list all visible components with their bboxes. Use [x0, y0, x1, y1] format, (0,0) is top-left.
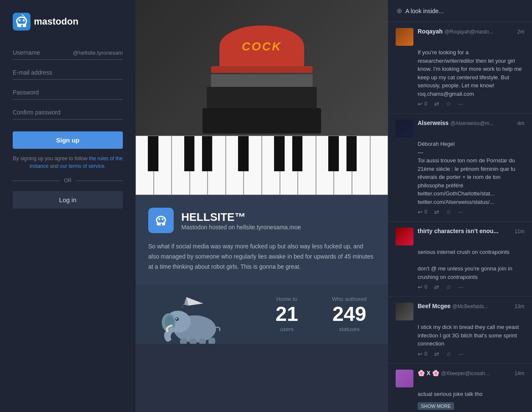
- hero-image: COCK: [136, 0, 388, 195]
- instance-hosted-link[interactable]: hellsite.tyronesama.moe: [237, 224, 301, 231]
- feed-item-header: Roqayah@Roqayah@masto...2m: [396, 28, 524, 46]
- reply-button[interactable]: ↩0: [418, 209, 427, 215]
- black-key: [148, 136, 158, 171]
- avatar: [396, 370, 413, 387]
- reply-count: 0: [424, 351, 427, 357]
- more-button[interactable]: ···: [458, 100, 463, 107]
- feed-item-header: 🌸 X 🌸@Xkeeper@icosah...14m: [396, 370, 524, 387]
- svg-rect-22: [180, 339, 187, 344]
- reply-count: 0: [424, 209, 427, 215]
- white-key: [136, 136, 154, 195]
- star-icon: ☆: [446, 351, 452, 357]
- right-panel-title: A look inside...: [405, 8, 443, 14]
- feed-handle: @Xkeeper@icosah...: [441, 370, 489, 376]
- log-in-button[interactable]: Log in: [13, 191, 123, 209]
- feed-item: Alserweiss@Alserweiss@m...4mDéborah Hege…: [388, 114, 532, 222]
- feed-user-info: thirty characters isn't enou...11m: [418, 228, 524, 234]
- right-panel: ⊕ A look inside... Roqayah@Roqayah@masto…: [388, 0, 532, 412]
- avatar: [396, 303, 413, 320]
- feed-content: I stick my dick in bread they call me ye…: [396, 323, 524, 348]
- terms-service-link[interactable]: our terms of service: [60, 163, 104, 169]
- feed-actions: ↩0⇄☆···: [396, 209, 524, 215]
- password-input[interactable]: [13, 87, 123, 97]
- feed-content: Déborah Hegel — Toi aussi trouve ton nom…: [396, 140, 524, 206]
- feed-container: Roqayah@Roqayah@masto...2mIf you're look…: [388, 22, 532, 412]
- favourite-button[interactable]: ☆: [446, 284, 452, 290]
- white-key: [226, 136, 244, 195]
- keyboard-device: [202, 108, 321, 134]
- show-more-button[interactable]: SHOW MORE: [418, 402, 454, 410]
- feed-username: Beef Mcgee: [418, 303, 451, 309]
- stat-block-users: Home to 21 users: [275, 296, 298, 332]
- reply-icon: ↩: [418, 100, 423, 107]
- reply-button[interactable]: ↩0: [418, 100, 427, 107]
- instance-description: So what if social media was way more fuc…: [148, 242, 375, 272]
- feed-item-header: thirty characters isn't enou...11m: [396, 228, 524, 245]
- star-icon: ☆: [446, 209, 452, 215]
- reply-button[interactable]: ↩0: [418, 284, 427, 290]
- feed-item: Roqayah@Roqayah@masto...2mIf you're look…: [388, 22, 532, 114]
- users-count: 21: [275, 304, 298, 324]
- email-input[interactable]: [13, 67, 123, 78]
- ellipsis-icon: ···: [458, 209, 463, 215]
- terms-suffix: .: [105, 163, 106, 169]
- or-divider: OR: [13, 178, 123, 184]
- who-authored-label: Who authored: [332, 296, 367, 302]
- hero-image-inner: COCK: [136, 0, 388, 195]
- more-button[interactable]: ···: [458, 209, 463, 215]
- boost-button[interactable]: ⇄: [434, 351, 439, 357]
- boost-button[interactable]: ⇄: [434, 100, 439, 107]
- feed-item-header: Alserweiss@Alserweiss@m...4m: [396, 120, 524, 137]
- svg-rect-23: [190, 339, 197, 344]
- svg-marker-13: [186, 297, 203, 306]
- star-icon: ☆: [446, 284, 452, 290]
- username-input[interactable]: [13, 47, 73, 58]
- avatar: [396, 228, 413, 245]
- black-key: [328, 136, 338, 171]
- feed-item: thirty characters isn't enou...11mseriou…: [388, 222, 532, 297]
- feed-time: 2m: [517, 29, 524, 35]
- more-button[interactable]: ···: [458, 284, 463, 290]
- more-button[interactable]: ···: [458, 351, 463, 357]
- piano-bg: [136, 136, 388, 195]
- hat: COCK: [219, 25, 304, 68]
- right-panel-header: ⊕ A look inside...: [388, 0, 532, 22]
- reply-button[interactable]: ↩0: [418, 351, 427, 357]
- boost-button[interactable]: ⇄: [434, 284, 439, 290]
- favourite-button[interactable]: ☆: [446, 209, 452, 215]
- svg-rect-24: [199, 339, 206, 344]
- white-key: [370, 136, 388, 195]
- favourite-button[interactable]: ☆: [446, 100, 452, 107]
- statuses-label: statuses: [339, 326, 359, 332]
- confirm-password-input[interactable]: [13, 107, 123, 117]
- device-block-2: [207, 87, 317, 108]
- feed-actions: ↩0⇄☆···: [396, 100, 524, 107]
- logo-text: mastodon: [34, 16, 78, 27]
- users-label: users: [280, 326, 294, 332]
- feed-username: 🌸 X 🌸: [418, 370, 439, 376]
- username-form-group: @hellsite.tyronesam: [13, 47, 123, 60]
- favourite-button[interactable]: ☆: [446, 351, 452, 357]
- confirm-password-form-group: [13, 107, 123, 120]
- feed-handle: @McBeefalds...: [452, 303, 488, 309]
- or-label: OR: [64, 178, 72, 184]
- username-domain-hint: @hellsite.tyronesam: [73, 50, 123, 56]
- equipment-stack: COCK: [202, 25, 321, 134]
- feed-handle: @Alserweiss@m...: [450, 120, 493, 126]
- left-sidebar: mastodon @hellsite.tyronesam Sign up By …: [0, 0, 136, 412]
- svg-rect-6: [21, 25, 23, 27]
- svg-point-11: [162, 218, 163, 220]
- home-to-label: Home to: [277, 296, 297, 302]
- reply-icon: ↩: [418, 351, 423, 357]
- white-key: [316, 136, 334, 195]
- boost-button[interactable]: ⇄: [434, 209, 439, 215]
- boost-icon: ⇄: [434, 209, 439, 215]
- sign-up-button[interactable]: Sign up: [13, 131, 123, 149]
- black-key: [238, 136, 248, 171]
- elephant-icon: [152, 289, 237, 344]
- stats-area: Home to 21 users Who authored 249 status…: [136, 284, 388, 344]
- feed-handle: @Roqayah@masto...: [444, 29, 493, 35]
- mastodon-logo-icon: [13, 13, 30, 31]
- svg-rect-12: [161, 223, 162, 225]
- feed-time: 13m: [515, 303, 524, 309]
